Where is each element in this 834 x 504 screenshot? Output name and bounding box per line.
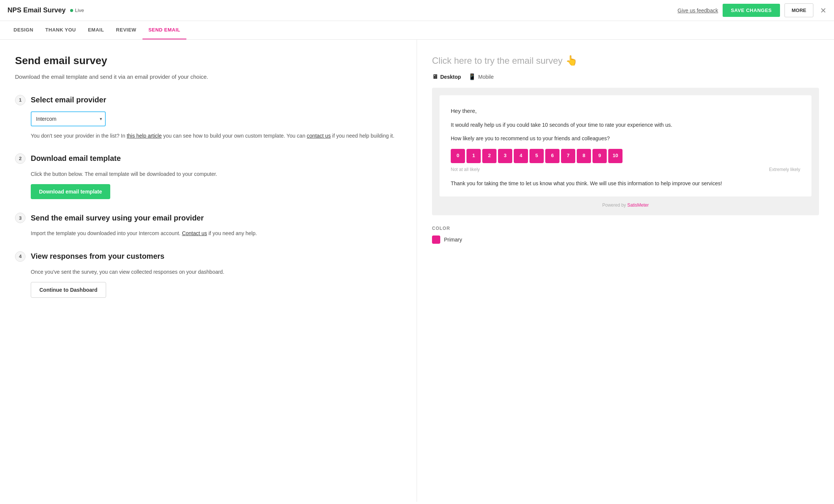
view-toggle: 🖥 Desktop 📱 Mobile — [432, 73, 819, 80]
nav-tabs: DESIGN THANK YOU EMAIL REVIEW SEND EMAIL — [0, 21, 834, 40]
close-button[interactable]: ✕ — [820, 6, 826, 15]
step-3-body: Import the template you downloaded into … — [15, 229, 402, 237]
nps-btn-9[interactable]: 9 — [592, 149, 607, 163]
step-4-section: 4 View responses from your customers Onc… — [15, 251, 402, 298]
nps-btn-0[interactable]: 0 — [451, 149, 465, 163]
nps-btn-5[interactable]: 5 — [530, 149, 544, 163]
page-subtitle: Download the email template and send it … — [15, 73, 402, 81]
color-row: Primary — [432, 236, 819, 244]
nps-btn-6[interactable]: 6 — [545, 149, 560, 163]
main-layout: Send email survey Download the email tem… — [0, 40, 834, 502]
right-panel: Click here to try the email survey 👆 🖥 D… — [417, 40, 834, 502]
provider-select[interactable]: Intercom Mailchimp SendGrid HubSpot Cust… — [31, 111, 106, 126]
email-body: It would really help us if you could tak… — [451, 121, 800, 129]
step-2-title: Download email template — [31, 154, 121, 163]
email-thanks: Thank you for taking the time to let us … — [451, 179, 800, 188]
preview-title-text: Click here to try the email survey — [432, 56, 562, 66]
preview-emoji: 👆 — [566, 55, 578, 66]
more-button[interactable]: MORE — [784, 3, 813, 17]
live-status: Live — [75, 8, 84, 13]
color-section-label: COLOR — [432, 226, 819, 231]
nps-label-high: Extremely likely — [769, 166, 800, 173]
step-2-header: 2 Download email template — [15, 153, 402, 164]
nps-scale: 0 1 2 3 4 5 6 7 8 9 10 — [451, 149, 800, 163]
nps-labels: Not at all likely Extremely likely — [451, 166, 800, 173]
primary-color-swatch[interactable] — [432, 236, 440, 244]
step-2-section: 2 Download email template Click the butt… — [15, 153, 402, 199]
step-3-section: 3 Send the email survey using your email… — [15, 213, 402, 237]
nps-btn-2[interactable]: 2 — [482, 149, 496, 163]
header-actions: Give us feedback SAVE CHANGES MORE ✕ — [678, 3, 826, 17]
tab-review[interactable]: REVIEW — [110, 21, 142, 39]
primary-color-label: Primary — [444, 237, 462, 243]
step-3-description: Import the template you downloaded into … — [31, 229, 402, 237]
header: NPS Email Survey Live Give us feedback S… — [0, 0, 834, 21]
feedback-button[interactable]: Give us feedback — [678, 8, 718, 14]
mobile-icon: 📱 — [468, 73, 476, 80]
nps-btn-1[interactable]: 1 — [466, 149, 481, 163]
nps-btn-10[interactable]: 10 — [608, 149, 622, 163]
nps-btn-4[interactable]: 4 — [514, 149, 528, 163]
desktop-view-option[interactable]: 🖥 Desktop — [432, 73, 461, 80]
tab-send-email[interactable]: SEND EMAIL — [142, 21, 186, 39]
step-1-title: Select email provider — [31, 96, 106, 104]
step-1-description: You don't see your provider in the list?… — [31, 132, 402, 140]
continue-dashboard-button[interactable]: Continue to Dashboard — [31, 282, 106, 298]
email-question: How likely are you to recommend us to yo… — [451, 134, 800, 142]
step-3-title: Send the email survey using your email p… — [31, 214, 204, 222]
mobile-view-option[interactable]: 📱 Mobile — [468, 73, 494, 80]
email-greeting: Hey there, — [451, 106, 800, 116]
step-2-body: Click the button below. The email templa… — [15, 170, 402, 199]
desktop-label: Desktop — [440, 74, 461, 80]
nps-label-low: Not at all likely — [451, 166, 480, 173]
color-section: COLOR Primary — [432, 226, 819, 244]
save-button[interactable]: SAVE CHANGES — [723, 4, 780, 17]
step-4-body: Once you've sent the survey, you can vie… — [15, 268, 402, 298]
step-4-header: 4 View responses from your customers — [15, 251, 402, 262]
step-3-number: 3 — [15, 213, 26, 223]
live-badge: Live — [70, 8, 84, 13]
mobile-label: Mobile — [478, 74, 494, 80]
tab-design[interactable]: DESIGN — [8, 21, 39, 39]
step-4-number: 4 — [15, 251, 26, 262]
email-preview: Hey there, It would really help us if yo… — [440, 95, 812, 196]
app-title: NPS Email Survey — [8, 6, 66, 14]
tab-thank-you[interactable]: THANK YOU — [39, 21, 82, 39]
step-4-description: Once you've sent the survey, you can vie… — [31, 268, 402, 276]
tab-email[interactable]: EMAIL — [82, 21, 110, 39]
step-3-header: 3 Send the email survey using your email… — [15, 213, 402, 223]
step-1-header: 1 Select email provider — [15, 95, 402, 105]
preview-title[interactable]: Click here to try the email survey 👆 — [432, 55, 819, 66]
step-1-body: Intercom Mailchimp SendGrid HubSpot Cust… — [15, 111, 402, 140]
help-article-link[interactable]: this help article — [127, 133, 162, 139]
page-title: Send email survey — [15, 55, 402, 67]
nps-btn-8[interactable]: 8 — [577, 149, 591, 163]
satismeter-link[interactable]: SatisMeter — [627, 202, 649, 208]
step-1-number: 1 — [15, 95, 26, 105]
nps-btn-7[interactable]: 7 — [561, 149, 575, 163]
left-panel: Send email survey Download the email tem… — [0, 40, 417, 502]
step-2-number: 2 — [15, 153, 26, 164]
step-4-title: View responses from your customers — [31, 252, 164, 261]
step-1-section: 1 Select email provider Intercom Mailchi… — [15, 95, 402, 140]
provider-select-wrapper: Intercom Mailchimp SendGrid HubSpot Cust… — [31, 111, 106, 126]
nps-btn-3[interactable]: 3 — [498, 149, 512, 163]
email-preview-wrapper: Hey there, It would really help us if yo… — [432, 88, 819, 215]
step-2-description: Click the button below. The email templa… — [31, 170, 402, 178]
desktop-icon: 🖥 — [432, 74, 438, 80]
download-template-button[interactable]: Download email template — [31, 184, 110, 199]
contact-us-link-2[interactable]: Contact us — [182, 230, 207, 236]
contact-us-link-1[interactable]: contact us — [307, 133, 331, 139]
live-dot-icon — [70, 9, 73, 12]
email-footer: Powered by SatisMeter — [440, 202, 812, 208]
email-footer-text: Powered by — [602, 202, 627, 208]
